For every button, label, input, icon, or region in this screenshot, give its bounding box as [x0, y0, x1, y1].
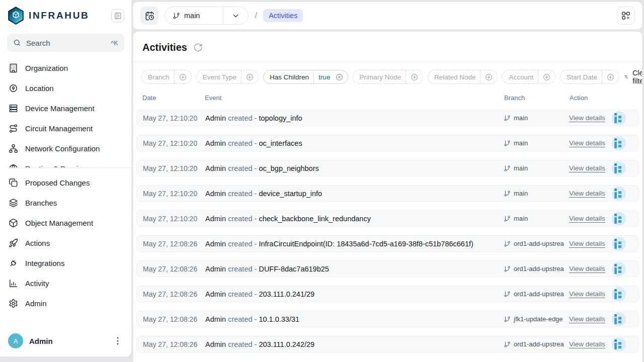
- row-object-link[interactable]: topology_info: [259, 114, 302, 122]
- related-tree-button[interactable]: [612, 187, 626, 201]
- sidebar-item-activity[interactable]: Activity: [0, 273, 131, 293]
- related-tree-button[interactable]: [612, 161, 626, 175]
- row-date: May 27, 12:10:20: [143, 139, 205, 147]
- schema-button[interactable]: [617, 7, 635, 25]
- row-verb: created -: [228, 340, 257, 348]
- plug-icon: [9, 258, 18, 268]
- view-details-link[interactable]: View details: [569, 240, 605, 247]
- filter-chip-start-date[interactable]: Start Date: [560, 70, 619, 84]
- git-branch-icon: [504, 265, 511, 273]
- git-branch-icon: [504, 291, 511, 298]
- activity-row: May 27, 12:10:20 Admin created - check_b…: [136, 210, 639, 227]
- filter-chip-has-children[interactable]: Has Children true: [263, 70, 348, 84]
- row-branch: main: [504, 190, 569, 197]
- add-filter-button[interactable]: [242, 73, 258, 81]
- related-tree-button[interactable]: [612, 337, 626, 351]
- sidebar-item-branches[interactable]: Branches: [0, 193, 131, 213]
- view-details-link[interactable]: View details: [569, 114, 605, 122]
- row-object-link[interactable]: oc_interfaces: [259, 139, 302, 147]
- filter-chip-primary-node[interactable]: Primary Node: [353, 70, 423, 84]
- view-details-link[interactable]: View details: [569, 215, 605, 222]
- sidebar-item-network-configuration[interactable]: Network Configuration: [0, 138, 131, 158]
- filter-chip-account[interactable]: Account: [502, 70, 555, 84]
- view-details-link[interactable]: View details: [569, 139, 605, 147]
- related-tree-button[interactable]: [612, 262, 626, 276]
- related-tree-button[interactable]: [612, 111, 626, 125]
- row-object-link[interactable]: check_backbone_link_redundancy: [259, 215, 371, 223]
- filter-chip-related-node[interactable]: Related Node: [428, 70, 498, 84]
- clear-filters-button[interactable]: Clear filters: [624, 69, 642, 85]
- row-object-link[interactable]: 203.111.0.241/29: [259, 290, 314, 298]
- search-input[interactable]: Search ^K: [7, 34, 124, 52]
- row-branch: main: [504, 215, 569, 222]
- related-tree-button[interactable]: [612, 287, 626, 301]
- view-details-link[interactable]: View details: [569, 164, 605, 172]
- related-tree-button[interactable]: [612, 237, 626, 251]
- related-tree-button[interactable]: [612, 212, 626, 226]
- filter-chip-event-type[interactable]: Event Type: [196, 70, 259, 84]
- row-verb: created -: [228, 315, 257, 323]
- user-row: A Admin: [0, 327, 131, 356]
- view-details-link[interactable]: View details: [569, 190, 605, 197]
- row-date: May 27, 12:08:26: [143, 315, 205, 323]
- view-details-link[interactable]: View details: [569, 265, 605, 273]
- row-date: May 27, 12:10:20: [143, 114, 205, 122]
- app-root: INFRAHUB Search ^K Organization Location…: [0, 0, 644, 362]
- user-menu-button[interactable]: [112, 335, 123, 346]
- filter-chip-branch[interactable]: Branch: [141, 70, 192, 84]
- building-icon: [9, 63, 18, 73]
- sidebar-item-actions[interactable]: Actions: [0, 233, 131, 253]
- row-object-link[interactable]: oc_bgp_neighbors: [259, 164, 318, 172]
- search-placeholder: Search: [26, 39, 50, 47]
- row-verb: created -: [228, 114, 257, 122]
- sidebar-item-proposed-changes[interactable]: Proposed Changes: [0, 172, 131, 193]
- topbar: main / Activities: [133, 2, 642, 30]
- circle-plus-icon: [485, 73, 493, 81]
- sidebar-item-integrations[interactable]: Integrations: [0, 253, 131, 273]
- row-date: May 27, 12:08:26: [143, 240, 205, 248]
- route-icon: [9, 124, 18, 133]
- activity-row: May 27, 12:08:26 Admin created - DUFF-8d…: [136, 260, 639, 277]
- add-filter-button[interactable]: [406, 73, 423, 81]
- related-tree-button[interactable]: [612, 136, 626, 150]
- row-object-link[interactable]: device_startup_info: [259, 190, 322, 198]
- row-verb: created -: [228, 215, 257, 223]
- list-tree-icon: [612, 212, 626, 226]
- activities-panel: Activities Branch Event Type Has Childre…: [133, 31, 642, 362]
- add-filter-button[interactable]: [480, 73, 497, 81]
- view-details-link[interactable]: View details: [569, 340, 605, 348]
- sidebar-item-routing-peering[interactable]: Routing & Peering: [0, 158, 131, 167]
- row-actor: Admin: [205, 190, 226, 198]
- view-details-link[interactable]: View details: [569, 315, 605, 323]
- avatar[interactable]: A: [8, 333, 23, 348]
- branch-dropdown-button[interactable]: [223, 7, 248, 24]
- breadcrumb[interactable]: Activities: [263, 9, 303, 22]
- sidebar-item-device-management[interactable]: Device Management: [0, 98, 131, 118]
- collapse-sidebar-button[interactable]: [111, 9, 124, 22]
- refresh-button[interactable]: [193, 43, 203, 52]
- row-verb: created -: [228, 240, 257, 248]
- sidebar-item-organization[interactable]: Organization: [0, 58, 131, 78]
- row-object-link[interactable]: InfraCircuitEndpoint(ID: 18435a6d-7cd5-a…: [259, 240, 473, 248]
- sidebar-item-location[interactable]: Location: [0, 78, 131, 98]
- row-object-link[interactable]: 203.111.0.242/29: [259, 340, 314, 348]
- related-tree-button[interactable]: [612, 312, 626, 326]
- list-tree-icon: [612, 262, 626, 276]
- gear-icon: [9, 299, 18, 308]
- row-object-link[interactable]: DUFF-8dac7a619b25: [259, 265, 329, 273]
- activity-row: May 27, 12:08:26 Admin created - InfraCi…: [136, 235, 639, 252]
- sidebar-item-circuit-management[interactable]: Circuit Management: [0, 118, 131, 138]
- remove-filter-button[interactable]: [331, 73, 348, 81]
- activity-row: May 27, 12:10:20 Admin created - topolog…: [136, 110, 639, 126]
- sidebar-item-admin[interactable]: Admin: [0, 293, 131, 313]
- time-travel-button[interactable]: [140, 7, 158, 25]
- add-filter-button[interactable]: [602, 73, 619, 81]
- row-verb: created -: [228, 265, 257, 273]
- view-details-link[interactable]: View details: [569, 290, 605, 298]
- branch-selector[interactable]: main: [165, 7, 249, 25]
- add-filter-button[interactable]: [175, 73, 191, 81]
- sidebar-item-object-management[interactable]: Object Management: [0, 213, 131, 233]
- row-object-link[interactable]: 10.1.0.33/31: [259, 315, 299, 323]
- add-filter-button[interactable]: [538, 73, 555, 81]
- main-area: main / Activities Activities Branch Even…: [132, 0, 644, 362]
